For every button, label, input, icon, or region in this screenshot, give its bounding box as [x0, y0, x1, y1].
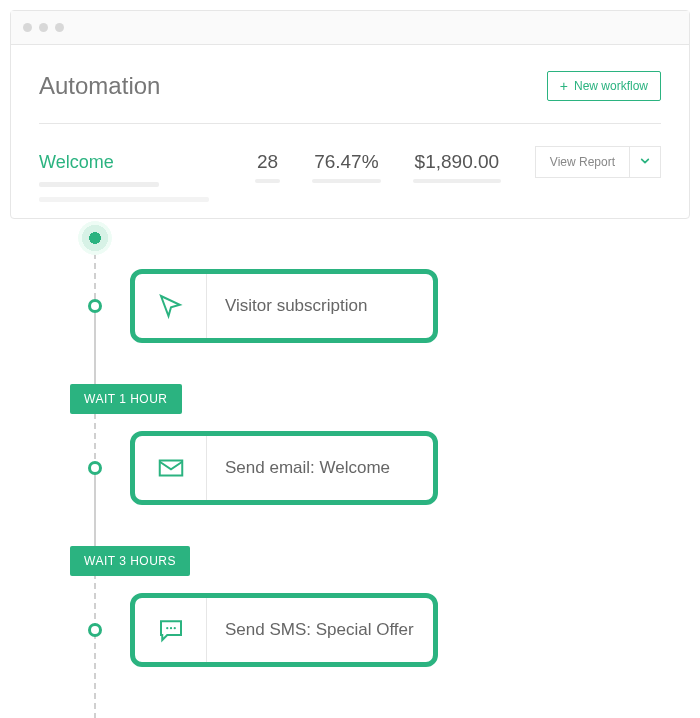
- stat-rate-value: 76.47%: [314, 151, 378, 172]
- placeholder-line: [39, 197, 209, 202]
- flow-step-sms[interactable]: Send SMS: Special Offer: [130, 593, 438, 667]
- placeholder-line: [39, 182, 159, 187]
- svg-point-3: [173, 627, 175, 629]
- flow-wait-badge: WAIT 1 HOUR: [70, 384, 182, 414]
- workflow-name-text: Welcome: [39, 152, 114, 172]
- sms-icon: [135, 598, 207, 662]
- plus-icon: +: [560, 79, 568, 93]
- flow-step-label: Send SMS: Special Offer: [207, 620, 414, 640]
- stat-underline: [312, 179, 380, 183]
- flow-node-dot: [88, 461, 102, 475]
- app-window: Automation + New workflow Welcome 28 76.…: [10, 10, 690, 219]
- svg-point-2: [169, 627, 171, 629]
- view-report-button[interactable]: View Report: [535, 146, 630, 178]
- flow-step-trigger[interactable]: Visitor subscription: [130, 269, 438, 343]
- flow-step-label: Send email: Welcome: [207, 458, 390, 478]
- svg-point-1: [166, 627, 168, 629]
- workflow-row: Welcome 28 76.47% $1,890.00 View Report: [39, 140, 661, 208]
- stat-underline: [413, 179, 502, 183]
- cursor-icon: [135, 274, 207, 338]
- flow-step-email[interactable]: Send email: Welcome: [130, 431, 438, 505]
- window-control-dot: [55, 23, 64, 32]
- divider: [39, 123, 661, 124]
- window-titlebar: [11, 11, 689, 45]
- stat-count: 28: [239, 151, 296, 173]
- automation-panel: Automation + New workflow Welcome 28 76.…: [11, 45, 689, 218]
- flow-wait-badge: WAIT 3 HOURS: [70, 546, 190, 576]
- flow-node-dot: [88, 299, 102, 313]
- new-workflow-button[interactable]: + New workflow: [547, 71, 661, 101]
- view-report-group: View Report: [535, 146, 661, 178]
- svg-rect-0: [159, 461, 182, 476]
- envelope-icon: [135, 436, 207, 500]
- chevron-down-icon: [640, 156, 650, 166]
- stat-count-value: 28: [257, 151, 278, 172]
- view-report-dropdown[interactable]: [630, 146, 661, 178]
- workflow-name[interactable]: Welcome: [39, 152, 239, 173]
- flow-node-dot: [88, 623, 102, 637]
- window-control-dot: [23, 23, 32, 32]
- page-title: Automation: [39, 72, 160, 100]
- window-control-dot: [39, 23, 48, 32]
- flow-start-dot: [78, 221, 112, 255]
- stat-underline: [255, 179, 280, 183]
- stat-revenue-value: $1,890.00: [415, 151, 500, 172]
- stat-rate: 76.47%: [296, 151, 396, 173]
- flow-step-label: Visitor subscription: [207, 296, 367, 316]
- workflow-flow: Visitor subscription WAIT 1 HOUR Send em…: [70, 219, 690, 718]
- stat-revenue: $1,890.00: [397, 151, 518, 173]
- panel-header: Automation + New workflow: [39, 71, 661, 101]
- new-workflow-label: New workflow: [574, 79, 648, 93]
